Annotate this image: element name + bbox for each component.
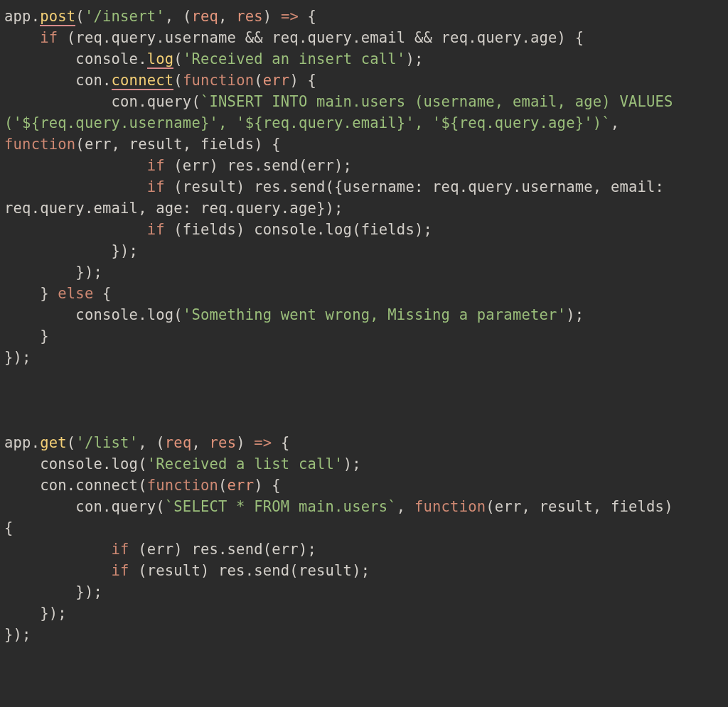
token: }); [75,264,102,281]
token: (err) res.send(err); [129,541,316,558]
token: (fields) console.log(fields); [165,221,432,238]
token: ) [263,8,281,25]
arrow: => [254,434,272,451]
token: ) { [289,72,316,89]
token: ( [67,434,76,451]
token: { [4,519,14,536]
token: (err, result, fields) [75,136,272,153]
token: { [575,29,584,46]
keyword-if: if [40,29,58,46]
token: { [93,285,111,302]
token: . [102,72,112,89]
keyword-if: if [112,562,129,579]
token: } [40,285,58,302]
token: console.log( [75,306,183,323]
keyword-if: if [112,541,129,558]
token: con.connect( [40,477,147,494]
token: ); [405,50,423,68]
arrow: => [281,8,299,25]
keyword-if: if [147,157,165,174]
token: { [272,136,281,153]
token: req.query.email, age: req.query.age}); [4,200,343,217]
param-err: err [228,477,255,494]
string-recv-list: 'Received a list call' [147,455,343,473]
sql-insert-1: `INSERT INTO main.users (username, email… [200,93,682,110]
token: }); [75,583,102,600]
token: ); [343,455,361,473]
token: con.query( [112,93,200,110]
string-missing-param: 'Something went wrong, Missing a paramet… [183,306,566,323]
token: , [611,114,628,131]
token: (err, result, fields) [486,498,682,515]
string-route-list: '/list' [75,434,138,451]
token: ); [566,306,584,323]
token: ( [218,477,228,494]
keyword-function: function [183,72,254,89]
token: console.log( [40,455,147,473]
token: { [299,8,316,25]
sql-insert-2: ('${req.query.username}', '${req.query.e… [4,114,611,131]
token: } [40,328,49,345]
token: { [272,434,289,451]
keyword-else: else [58,285,93,302]
string-recv-insert: 'Received an insert call' [183,50,406,68]
token: (err) res.send(err); [165,157,352,174]
token: (req.query.username && req.query.email &… [58,29,574,46]
keyword-function: function [4,136,75,153]
token: ) [236,434,254,451]
method-connect: connect [112,72,174,90]
token: ) { [254,477,281,494]
token: ( [254,72,263,89]
token: con.query( [75,498,164,515]
sql-select: `SELECT * FROM main.users` [165,498,397,515]
token: ( [173,50,183,68]
token: , ( [165,8,192,25]
token: , [218,8,236,25]
token: con [75,72,102,89]
keyword-if: if [147,221,165,238]
token: , ( [138,434,165,451]
code-editor-content: app.post('/insert', (req, res) => { if (… [0,0,728,651]
token: }); [112,242,139,259]
token: (result) res.send({username: req.query.u… [165,178,673,195]
token: }); [4,626,31,643]
token: . [138,50,147,68]
keyword-if: if [147,178,165,195]
method-post: post [40,8,75,26]
method-log: log [147,50,174,69]
token: console [75,50,138,68]
token: }); [40,605,67,622]
token: (result) res.send(result); [129,562,370,579]
keyword-function: function [147,477,218,494]
method-get: get [40,434,67,451]
token: , [397,498,414,515]
param-req: req [191,8,218,25]
token: app [4,8,31,25]
token: ( [173,72,183,89]
token: . [31,8,41,25]
param-err: err [263,72,290,89]
param-res: res [236,8,263,25]
string-route-insert: '/insert' [85,8,165,25]
param-res: res [210,434,237,451]
token: }); [4,349,31,366]
keyword-function: function [414,498,486,515]
token: , [191,434,209,451]
token: app [4,434,31,451]
token: . [31,434,41,451]
param-req: req [165,434,192,451]
token: ( [75,8,85,25]
